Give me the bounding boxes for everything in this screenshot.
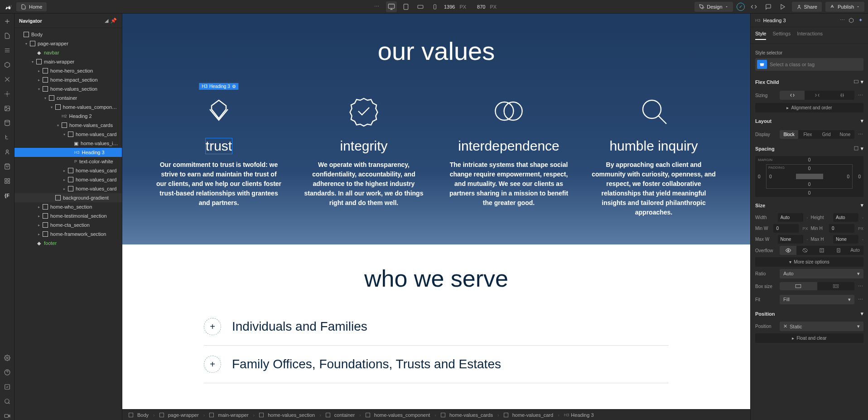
accordion-item[interactable]: +Family Offices, Foundations, Trusts and… (204, 346, 669, 383)
class-selector-input[interactable]: Select a class or tag (755, 58, 863, 71)
overflow-segmented[interactable]: Auto (780, 246, 863, 255)
value-card-interdependence[interactable]: interdependenceThe intricate systems tha… (445, 93, 572, 217)
more-size-button[interactable]: ▾More size options (755, 257, 863, 267)
shrink-icon[interactable] (780, 91, 805, 100)
pin-icon[interactable]: 📌 (110, 17, 117, 24)
tree-item-home-values-card[interactable]: ▸home-values_card (14, 175, 122, 184)
value-card-humble inquiry[interactable]: humble inquiryBy approaching each client… (590, 93, 717, 217)
search-icon[interactable] (3, 397, 11, 405)
breadcrumb-item[interactable]: home-values_cards (438, 412, 496, 418)
tree-item-home-impact-section[interactable]: ▸home-impact_section (14, 75, 122, 84)
navigator-tree[interactable]: Body▾page-wrapper◆navbar▾main-wrapper▸ho… (14, 28, 122, 420)
cms-icon[interactable] (3, 119, 11, 127)
pages-icon[interactable] (3, 32, 11, 40)
minh-input[interactable] (829, 224, 854, 233)
video-icon[interactable] (3, 412, 11, 420)
display-option-grid[interactable]: Grid (817, 130, 836, 139)
users-icon[interactable] (3, 148, 11, 156)
variables-icon[interactable] (3, 75, 11, 83)
value-heading[interactable]: humble inquiry (609, 138, 698, 154)
sizing-segmented[interactable] (780, 91, 854, 100)
mobile-landscape-icon[interactable] (415, 1, 426, 12)
overflow-auto-option[interactable]: Auto (847, 246, 863, 255)
breadcrumb-item[interactable]: Body (126, 412, 151, 418)
tree-item-main-wrapper[interactable]: ▾main-wrapper (14, 57, 122, 66)
mobile-portrait-icon[interactable] (429, 1, 440, 12)
display-option-none[interactable]: None (836, 130, 854, 139)
ai-icon[interactable]: ✦ (857, 15, 863, 26)
inspector-tab-style[interactable]: Style (755, 31, 766, 40)
display-segmented[interactable]: BlockFlexGridNone (780, 130, 854, 139)
collapse-icon[interactable]: ◢ (103, 17, 110, 24)
code-icon[interactable] (748, 1, 759, 12)
tree-item-heading-2[interactable]: H2Heading 2 (14, 112, 122, 121)
value-heading[interactable]: interdependence (458, 138, 559, 154)
content-box-icon[interactable] (817, 282, 855, 290)
value-text[interactable]: We operate with transparency, confidenti… (300, 160, 427, 208)
status-ok-icon[interactable]: ✓ (737, 3, 745, 11)
tree-item-home-values-card[interactable]: ▸home-values_card (14, 166, 122, 175)
overflow-hidden-icon[interactable] (796, 246, 813, 255)
who-heading[interactable]: who we serve (204, 265, 669, 292)
tree-item-background-gradient[interactable]: background-gradient (14, 193, 122, 202)
tree-item-text-color-white[interactable]: Ptext-color-white (14, 157, 122, 166)
inspector-tab-interactions[interactable]: Interactions (797, 31, 823, 40)
element-more-icon[interactable]: ⋯ (839, 15, 845, 26)
apps-icon[interactable] (3, 177, 11, 185)
settings-icon[interactable] (3, 354, 11, 362)
comment-icon[interactable] (763, 1, 774, 12)
tree-item-footer[interactable]: ◆footer (14, 239, 122, 248)
value-card-trust[interactable]: H3 Heading 3 ⚙trustOur commitment to tru… (155, 93, 282, 217)
value-heading[interactable]: integrity (340, 138, 387, 154)
plus-icon[interactable]: + (204, 318, 221, 335)
spacing-editor[interactable]: MARGIN 0 0 0 0 PADDING 0 0 0 0 (755, 156, 863, 197)
tree-item-home-values-component[interactable]: ▾home-values_component (14, 103, 122, 112)
audit-icon[interactable] (3, 383, 11, 391)
maxw-input[interactable] (778, 235, 803, 244)
tablet-breakpoint-icon[interactable] (400, 1, 411, 12)
value-text[interactable]: Our commitment to trust is twofold: we s… (155, 160, 282, 208)
tree-item-page-wrapper[interactable]: ▾page-wrapper (14, 39, 122, 48)
tree-item-home-cta-section[interactable]: ▸home-cta_section (14, 220, 122, 230)
alignment-order-button[interactable]: ▸Alignment and order (755, 103, 863, 112)
breadcrumb-item[interactable]: page-wrapper (157, 412, 202, 418)
more-icon[interactable]: ⋯ (371, 1, 382, 12)
breadcrumb-item[interactable]: H3Heading 3 (561, 412, 597, 418)
publish-button[interactable]: Publish (825, 2, 864, 12)
navigator-icon[interactable] (3, 46, 11, 54)
sizing-more-icon[interactable]: ⋯ (857, 90, 863, 101)
help-icon[interactable] (3, 368, 11, 376)
tree-item-heading-3[interactable]: H3Heading 3 (14, 148, 122, 157)
tree-item-home-values-ima-[interactable]: ▣home-values_ima... (14, 139, 122, 148)
value-card-integrity[interactable]: integrityWe operate with transparency, c… (300, 93, 427, 217)
tree-item-navbar[interactable]: ◆navbar (14, 48, 122, 57)
display-option-block[interactable]: Block (780, 130, 798, 139)
boxsize-segmented[interactable] (780, 282, 854, 290)
add-element-icon[interactable] (3, 17, 11, 25)
components-icon[interactable] (3, 61, 11, 69)
overflow-scroll-icon[interactable] (813, 246, 830, 255)
value-text[interactable]: By approaching each client and community… (590, 160, 717, 217)
size-panel-header[interactable]: Size▾ (755, 199, 863, 211)
accordion-item[interactable]: +Individuals and Families (204, 308, 669, 346)
preview-icon[interactable] (777, 1, 788, 12)
grow-icon[interactable] (805, 91, 829, 100)
tree-item-home-values-section[interactable]: ▾home-values_section (14, 84, 122, 93)
flex-child-panel-header[interactable]: Flex Child ▾ (755, 75, 863, 88)
breadcrumb-item[interactable]: home-values_card (501, 412, 556, 418)
fit-select[interactable]: Fill▾ (780, 295, 854, 304)
plus-icon[interactable]: + (204, 356, 221, 373)
minw-input[interactable] (773, 224, 799, 233)
tree-item-home-who-section[interactable]: ▸home-who_section (14, 202, 122, 211)
tree-item-home-values-card[interactable]: ▾home-values_card (14, 130, 122, 139)
tree-item-home-framework-section[interactable]: ▸home-framework_section (14, 230, 122, 239)
breadcrumb-item[interactable]: container (323, 412, 357, 418)
value-heading[interactable]: trust (206, 138, 232, 154)
design-canvas[interactable]: our values H3 Heading 3 ⚙trustOur commit… (122, 14, 750, 409)
no-shrink-icon[interactable] (829, 91, 854, 100)
desktop-breakpoint-icon[interactable] (386, 1, 397, 12)
component-create-icon[interactable] (848, 15, 854, 26)
design-mode-button[interactable]: Design (694, 2, 733, 12)
tree-item-home-hero-section[interactable]: ▸home-hero_section (14, 66, 122, 75)
finsweet-icon[interactable]: {F (3, 191, 11, 200)
